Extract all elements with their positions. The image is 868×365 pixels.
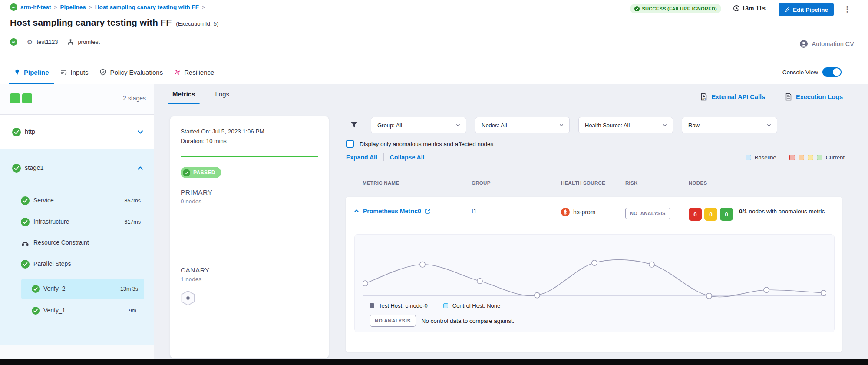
stage-status-square xyxy=(22,93,32,103)
chart-data-point[interactable] xyxy=(535,292,540,298)
api-document-icon: API xyxy=(700,93,707,101)
group-filter-dropdown[interactable]: Group: All xyxy=(371,117,466,133)
breadcrumb-separator: > xyxy=(202,4,205,10)
tab-policy-evaluations[interactable]: Policy Evaluations xyxy=(99,60,164,84)
chevron-down-icon xyxy=(455,123,461,128)
primary-label: PRIMARY xyxy=(181,189,318,196)
chart-color-legend: Baseline Current xyxy=(746,154,845,161)
clock-icon xyxy=(733,5,740,12)
chart-data-point[interactable] xyxy=(649,262,654,267)
metrics-panel: API External API Calls Execution Logs Gr… xyxy=(343,84,868,359)
tab-bar: Pipeline Inputs Policy Evaluations Resil… xyxy=(0,60,868,84)
more-options-button[interactable]: ⋮ xyxy=(841,3,854,16)
metric-filters: Group: All Nodes: All Health Source: All… xyxy=(350,117,777,133)
sidebar-step-verify-2[interactable]: Verify_2 13m 3s xyxy=(21,279,144,299)
anomalous-only-checkbox[interactable] xyxy=(346,140,354,148)
external-api-calls-link[interactable]: API External API Calls xyxy=(700,93,765,101)
environment-name: promtest xyxy=(78,39,100,45)
collapse-all-link[interactable]: Collapse All xyxy=(390,154,425,161)
divider xyxy=(9,185,145,185)
avatar-icon xyxy=(800,40,808,48)
chart-data-point[interactable] xyxy=(477,279,482,284)
sidebar-stage-group: stage1 Service 857ms Infrastructure 617m… xyxy=(0,149,154,345)
no-analysis-badge: NO ANALYSIS xyxy=(370,315,416,327)
col-metric-name: METRIC NAME xyxy=(363,180,472,186)
metric-group: f1 xyxy=(472,208,561,215)
health-source-name: hs-prom xyxy=(573,209,595,216)
expand-all-link[interactable]: Expand All xyxy=(346,154,377,161)
edit-pipeline-button[interactable]: Edit Pipeline xyxy=(779,3,834,16)
control-host-swatch xyxy=(443,303,448,308)
control-host-label: Control Host: None xyxy=(452,302,501,309)
verify-step-panel: Metrics Logs Started On: Jul 5, 2023 1:0… xyxy=(154,84,343,359)
header: ∞ srm-hf-test > Pipelines > Host samplin… xyxy=(0,0,868,60)
chart-data-point[interactable] xyxy=(706,293,712,299)
col-health-source: HEALTH SOURCE xyxy=(561,180,625,186)
sidebar-stage-http[interactable]: http xyxy=(0,115,154,149)
filter-funnel-icon[interactable] xyxy=(350,121,359,129)
tab-inputs[interactable]: Inputs xyxy=(59,60,89,84)
current-orange-swatch xyxy=(799,155,804,160)
tab-resilience[interactable]: Resilience xyxy=(173,60,215,84)
execution-sidebar: 2 stages http stage1 S xyxy=(0,84,154,359)
chart-data-point[interactable] xyxy=(363,281,368,286)
amber-node-count-badge: 0 xyxy=(704,208,717,221)
chevron-down-icon[interactable] xyxy=(137,129,144,136)
passed-badge: PASSED xyxy=(181,167,221,178)
console-view-control: Console View xyxy=(782,60,842,84)
tab-pipeline[interactable]: Pipeline xyxy=(13,60,50,84)
chevron-down-icon xyxy=(662,123,667,128)
svg-text:API: API xyxy=(703,98,706,100)
pencil-icon xyxy=(784,7,790,13)
data-type-dropdown[interactable]: Raw xyxy=(682,117,777,133)
pipeline-meta: ∞ ⚙ test1123 promtest xyxy=(10,38,100,46)
metric-chart-svg[interactable] xyxy=(363,240,826,305)
canary-node-hexagon[interactable] xyxy=(181,290,195,306)
chevron-up-icon[interactable] xyxy=(137,165,144,172)
current-yellow-swatch xyxy=(808,155,813,160)
breadcrumb-project[interactable]: srm-hf-test xyxy=(20,4,51,10)
tab-metrics[interactable]: Metrics xyxy=(170,88,198,104)
current-red-swatch xyxy=(789,155,795,160)
health-source-filter-dropdown[interactable]: Health Source: All xyxy=(578,117,673,133)
chart-data-point[interactable] xyxy=(592,260,597,265)
test-host-swatch xyxy=(370,303,374,308)
check-circle-icon xyxy=(21,196,30,205)
sidebar-step-parallel-steps[interactable]: Parallel Steps xyxy=(0,254,154,274)
sidebar-footer-area xyxy=(0,345,154,359)
chart-data-point[interactable] xyxy=(420,262,425,267)
breadcrumb-pipelines[interactable]: Pipelines xyxy=(60,4,86,10)
chart-data-point[interactable] xyxy=(764,287,769,292)
tab-logs[interactable]: Logs xyxy=(213,88,232,104)
check-circle-icon xyxy=(32,307,40,315)
col-risk: RISK xyxy=(625,180,689,186)
chart-data-point[interactable] xyxy=(821,290,826,295)
external-link-icon[interactable] xyxy=(425,208,431,214)
user-chip: Automation CV xyxy=(800,40,854,48)
canary-node-count: 1 nodes xyxy=(181,276,318,282)
metrics-table-header: METRIC NAME GROUP HEALTH SOURCE RISK NOD… xyxy=(343,180,842,186)
sidebar-step-service[interactable]: Service 857ms xyxy=(0,191,154,211)
breadcrumb-separator: > xyxy=(89,4,92,10)
execution-id: (Execution Id: 5) xyxy=(176,20,218,27)
sidebar-step-resource-constraint[interactable]: Resource Constraint xyxy=(0,233,154,253)
page-title: Host sampling canary testing with FF xyxy=(10,17,172,28)
breadcrumb-pipeline-name[interactable]: Host sampling canary testing with FF xyxy=(95,4,199,10)
metric-row-card: Prometheus Metric0 f1 hs-prom NO_ANALYSI… xyxy=(346,197,842,352)
sidebar-step-verify-1[interactable]: Verify_1 9m xyxy=(0,301,154,321)
metric-name-link[interactable]: Prometheus Metric0 xyxy=(363,208,421,215)
stage-status-square xyxy=(10,93,20,103)
success-check-icon xyxy=(634,6,640,11)
nodes-filter-dropdown[interactable]: Nodes: All xyxy=(475,117,570,133)
check-circle-icon xyxy=(21,218,30,226)
verification-duration: Duration: 10 mins xyxy=(181,136,318,146)
service-name: test1123 xyxy=(36,39,58,45)
execution-logs-link[interactable]: Execution Logs xyxy=(785,93,843,101)
sidebar-step-infrastructure[interactable]: Infrastructure 617ms xyxy=(0,212,154,232)
check-circle-icon xyxy=(12,128,21,136)
console-view-toggle[interactable] xyxy=(822,67,842,77)
collapse-row-chevron-icon[interactable] xyxy=(353,208,360,214)
breadcrumb-separator: > xyxy=(54,4,57,10)
svg-text:∞: ∞ xyxy=(12,40,15,44)
elapsed-time: 13m 11s xyxy=(733,5,766,12)
